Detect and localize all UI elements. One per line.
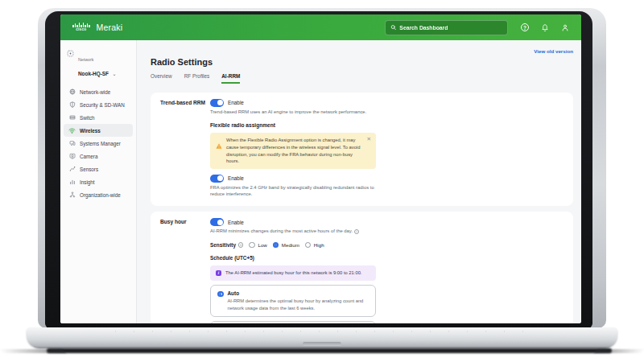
sensitivity-row: Sensitivity i Low Medi (210, 242, 564, 249)
fra-enable-toggle[interactable] (210, 175, 224, 183)
tab-ai-rrm[interactable]: AI-RRM (221, 73, 240, 84)
trend-rrm-enable-toggle[interactable] (210, 99, 224, 107)
network-name: Nook-HQ-SF (78, 71, 109, 76)
sidebar-item-sensors[interactable]: Sensors (64, 162, 133, 175)
trend-rrm-label: Trend-based RRM (160, 99, 210, 198)
sidebar-item-camera[interactable]: Camera (64, 150, 133, 162)
sidebar-item-network-wide[interactable]: Network-wide (64, 85, 133, 98)
fra-warning-text: When the Flexible Radio Assignment optio… (226, 137, 370, 165)
sensitivity-label: Sensitivity i (210, 242, 243, 248)
tab-bar: Overview RF Profiles AI-RRM (151, 73, 573, 84)
trend-rrm-description: Trend-based RRM uses an AI engine to imp… (210, 109, 391, 116)
sidebar-item-label: Insight (80, 179, 95, 185)
toggle-label: Enable (228, 100, 244, 105)
sidebar-item-organization-wide[interactable]: Organization-wide (64, 188, 133, 201)
close-icon[interactable]: ✕ (367, 137, 371, 142)
radio-label: High (314, 242, 324, 248)
busy-hour-label: Busy hour (160, 218, 210, 323)
laptop-shadow (47, 348, 612, 353)
main-content: View old version Radio Settings Overview… (137, 40, 581, 323)
busy-hour-info-text: The AI-RRM estimated busy hour for this … (225, 269, 370, 277)
cisco-wordmark: cisco (76, 28, 86, 32)
auto-option-label: Auto (228, 290, 369, 296)
laptop-screen: cisco Meraki ? (60, 14, 581, 323)
fra-warning-banner: When the Flexible Radio Assignment optio… (210, 133, 376, 169)
sidebar-item-label: Camera (80, 154, 97, 159)
wifi-icon (68, 127, 76, 134)
trend-based-rrm-card: Trend-based RRM Enable Trend-based RRM u… (151, 93, 573, 206)
laptop-shadow-right (594, 349, 644, 353)
view-old-version-link[interactable]: View old version (534, 48, 573, 54)
sidebar-item-switch[interactable]: Switch (64, 111, 133, 124)
search-input[interactable] (399, 25, 502, 31)
network-selector[interactable]: Network Nook-HQ-SF ⌄ (60, 48, 136, 85)
radio-unchecked-icon (305, 242, 312, 249)
network-selector-icon (67, 50, 74, 57)
cisco-meraki-logo[interactable]: cisco (72, 23, 90, 32)
laptop-keyboard-edge (115, 331, 529, 332)
sidebar-nav: Network Nook-HQ-SF ⌄ Network-wide (60, 40, 137, 323)
sidebar-item-label: Network-wide (80, 89, 110, 95)
tab-overview[interactable]: Overview (151, 73, 172, 84)
busy-hour-description: AI-RRM minimizes changes during the most… (210, 228, 391, 235)
meraki-wordmark: Meraki (97, 23, 123, 32)
sidebar-item-label: Sensors (80, 167, 98, 172)
fra-description: FRA optimizes the 2.4 GHz band by strate… (210, 184, 375, 199)
network-label: Network (78, 57, 93, 62)
sidebar-item-insight[interactable]: Insight (64, 175, 133, 188)
chevron-down-icon: ⌄ (112, 72, 116, 76)
shield-icon (68, 101, 76, 109)
laptop-lid-notch (303, 342, 341, 346)
sidebar-item-label: Organization-wide (80, 192, 121, 198)
sensitivity-option-low[interactable]: Low (249, 242, 266, 249)
switch-icon (68, 114, 76, 121)
radio-label: Low (258, 242, 266, 248)
sensors-icon (68, 166, 76, 173)
laptop-shadow-left (0, 349, 66, 353)
sensitivity-label-text: Sensitivity (210, 242, 236, 248)
user-profile-icon[interactable] (561, 23, 569, 32)
fra-title: Flexible radio assignment (210, 122, 564, 128)
toggle-label: Enable (228, 175, 244, 181)
radio-unchecked-icon (249, 242, 255, 249)
tab-rf-profiles[interactable]: RF Profiles (184, 73, 210, 84)
busy-hour-enable-toggle[interactable] (210, 218, 224, 226)
sidebar-item-label: Security & SD-WAN (80, 102, 125, 108)
search-icon (390, 24, 396, 31)
laptop-mockup: cisco Meraki ? (0, 0, 644, 362)
bar-chart-icon (68, 179, 76, 186)
info-hint-icon[interactable]: i (238, 242, 244, 248)
laptop-shell: cisco Meraki ? (38, 8, 606, 328)
radio-checked-icon (217, 291, 224, 298)
sidebar-item-systems-manager[interactable]: Systems Manager (64, 137, 133, 150)
page-title: Radio Settings (151, 57, 573, 67)
busy-hour-info-banner: i The AI-RRM estimated busy hour for thi… (210, 265, 376, 281)
sidebar-item-label: Systems Manager (80, 141, 121, 146)
toggle-label: Enable (228, 220, 244, 225)
info-hint-icon[interactable]: i (354, 229, 360, 235)
notifications-bell-icon[interactable] (541, 23, 549, 32)
sidebar-item-wireless[interactable]: Wireless (64, 124, 133, 137)
camera-icon (68, 153, 76, 160)
sensitivity-option-high[interactable]: High (305, 242, 324, 249)
sidebar-item-label: Wireless (80, 128, 101, 134)
busy-hour-card: Busy hour Enable AI-RRM minimizes change… (151, 212, 573, 323)
schedule-label: Schedule (UTC+5) (210, 255, 564, 261)
help-icon[interactable]: ? (521, 23, 529, 31)
sensitivity-option-medium[interactable]: Medium (273, 242, 299, 249)
busy-hour-description-text: AI-RRM minimizes changes during the most… (210, 228, 353, 233)
globe-icon (68, 88, 76, 96)
schedule-option-auto[interactable]: Auto AI-RRM determines the optimal busy … (210, 285, 376, 317)
organization-icon (68, 191, 76, 199)
devices-icon (68, 140, 76, 147)
schedule-option-manual[interactable]: Manual (210, 321, 376, 323)
auto-option-description: AI-RRM determines the optimal busy hour … (228, 298, 369, 311)
info-square-icon: i (216, 270, 221, 277)
radio-label: Medium (282, 242, 299, 248)
sidebar-item-security-sdwan[interactable]: Security & SD-WAN (64, 98, 133, 111)
warning-triangle-icon (216, 138, 222, 165)
search-box[interactable] (385, 20, 508, 35)
radio-checked-icon (273, 242, 279, 249)
laptop-base (27, 327, 617, 348)
sidebar-item-label: Switch (80, 115, 95, 121)
